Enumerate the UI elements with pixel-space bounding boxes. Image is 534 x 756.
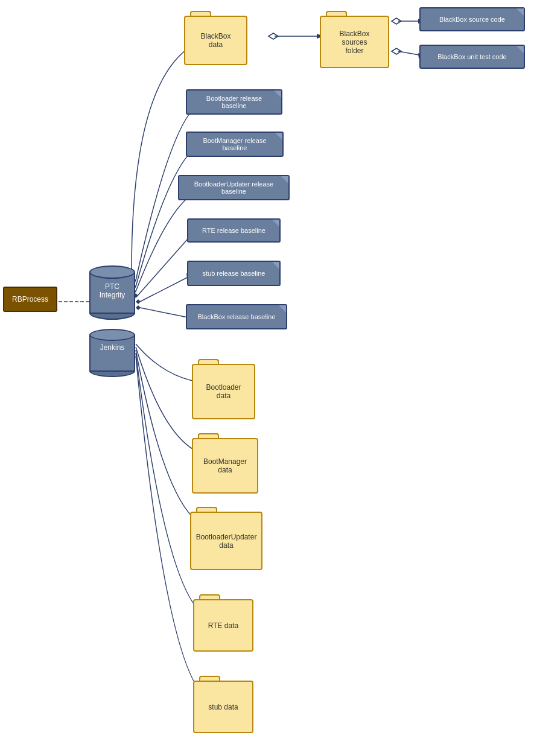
rte-data-folder: RTE data: [193, 594, 253, 652]
stub-release-label: stub release baseline: [203, 270, 265, 277]
bootloaderupdater-release-doc: BootloaderUpdater releasebaseline: [178, 175, 290, 200]
blackbox-release-doc: BlackBox release baseline: [186, 304, 287, 329]
bootloaderupdater-data-label: BootloaderUpdaterdata: [196, 533, 257, 550]
blackbox-source-code-label: BlackBox source code: [439, 16, 505, 23]
svg-marker-6: [269, 33, 278, 39]
rbprocess-label: RBProcess: [12, 295, 48, 303]
blackbox-data-folder: BlackBoxdata: [184, 11, 247, 65]
bootloader-release-doc: Bootloader releasebaseline: [186, 89, 282, 115]
ptc-integrity-cylinder: PTCIntegrity: [89, 265, 138, 320]
svg-marker-9: [392, 18, 401, 24]
diagram-container: RBProcess PTCIntegrity Jenkins BlackBoxd…: [0, 0, 534, 756]
bootloader-release-label: Bootloader releasebaseline: [206, 95, 262, 109]
bootloaderupdater-release-label: BootloaderUpdater releasebaseline: [194, 180, 273, 195]
blackbox-sources-label: BlackBoxsourcesfolder: [339, 30, 369, 55]
bootmanager-release-label: BootManager releasebaseline: [203, 137, 266, 151]
rte-release-label: RTE release baseline: [202, 227, 265, 234]
bootmanager-data-folder: BootManagerdata: [192, 433, 258, 494]
blackbox-source-code-doc: BlackBox source code: [419, 7, 525, 31]
blackbox-sources-folder: BlackBoxsourcesfolder: [320, 11, 389, 68]
blackbox-unit-test-label: BlackBox unit test code: [437, 53, 506, 60]
jenkins-cylinder: Jenkins: [89, 329, 138, 377]
bootmanager-data-label: BootManagerdata: [203, 457, 247, 474]
svg-line-10: [398, 51, 422, 56]
rbprocess-box: RBProcess: [3, 287, 57, 312]
stub-data-folder: stub data: [193, 676, 253, 733]
blackbox-release-label: BlackBox release baseline: [197, 313, 275, 320]
bootmanager-release-doc: BootManager releasebaseline: [186, 132, 284, 157]
stub-release-doc: stub release baseline: [187, 261, 281, 286]
rte-data-label: RTE data: [208, 621, 238, 630]
blackbox-data-label: BlackBoxdata: [200, 32, 230, 49]
svg-marker-12: [392, 48, 401, 54]
bootloader-data-folder: Bootloaderdata: [192, 359, 255, 419]
stub-data-label: stub data: [208, 703, 238, 711]
blackbox-unit-test-doc: BlackBox unit test code: [419, 45, 525, 69]
rte-release-doc: RTE release baseline: [187, 218, 281, 243]
bootloaderupdater-data-folder: BootloaderUpdaterdata: [190, 507, 262, 570]
bootloader-data-label: Bootloaderdata: [206, 383, 241, 400]
